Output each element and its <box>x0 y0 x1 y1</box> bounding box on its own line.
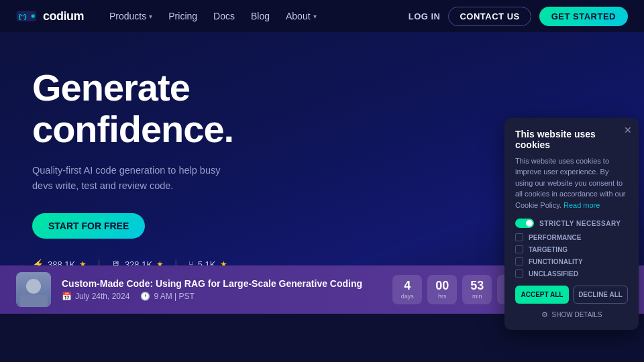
targeting-checkbox[interactable] <box>515 245 523 253</box>
nav-blog[interactable]: Blog <box>244 7 276 25</box>
products-chevron-icon: ▾ <box>149 13 152 20</box>
cookie-body: This website uses cookies to improve use… <box>515 156 628 211</box>
toggle-knob <box>526 220 533 227</box>
cookie-close-button[interactable]: ✕ <box>624 125 632 135</box>
webinar-avatar <box>16 272 51 307</box>
cookie-option-unclassified: UNCLASSIFIED <box>515 269 628 278</box>
webinar-title: Custom-Made Code: Using RAG for Large-Sc… <box>62 278 392 289</box>
navbar: {"} codium Products ▾ Pricing Docs Blog … <box>0 0 644 32</box>
cookie-show-details-button[interactable]: ⚙ SHOW DETAILS <box>515 310 628 319</box>
nav-right: LOG IN CONTACT US GET STARTED <box>409 7 628 26</box>
webinar-date: 📅 July 24th, 2024 <box>62 292 129 301</box>
logo-text: codium <box>43 9 84 23</box>
clock-icon: 🕐 <box>140 292 150 301</box>
svg-text:{"}: {"} <box>19 13 27 20</box>
codium-logo-icon: {"} <box>16 9 38 23</box>
cookie-buttons: ACCEPT ALL DECLINE ALL <box>515 286 628 304</box>
svg-point-4 <box>32 15 34 17</box>
cookie-option-targeting: TARGETING <box>515 245 628 253</box>
hero-cta-button[interactable]: START FOR FREE <box>32 213 145 239</box>
webinar-meta: 📅 July 24th, 2024 🕐 9 AM | PST <box>62 292 392 301</box>
functionality-checkbox[interactable] <box>515 257 523 265</box>
nav-docs[interactable]: Docs <box>207 7 241 25</box>
countdown-hours: 00 hrs <box>427 275 457 304</box>
performance-checkbox[interactable] <box>515 233 523 241</box>
nav-pricing[interactable]: Pricing <box>162 7 204 25</box>
about-chevron-icon: ▾ <box>313 13 317 20</box>
webinar-info: Custom-Made Code: Using RAG for Large-Sc… <box>62 278 392 301</box>
hero-headline: Generate confidence. <box>32 67 314 149</box>
nav-about[interactable]: About ▾ <box>279 7 323 25</box>
cookie-banner: ✕ This website uses cookies This website… <box>504 118 639 330</box>
get-started-button[interactable]: GET STARTED <box>539 7 628 26</box>
webinar-time: 🕐 9 AM | PST <box>140 292 194 301</box>
cookie-decline-button[interactable]: DECLINE ALL <box>573 286 628 304</box>
gear-icon: ⚙ <box>541 310 548 319</box>
cookie-option-functionality: FUNCTIONALITY <box>515 257 628 265</box>
hero-subtext: Quality-first AI code generation to help… <box>32 163 233 194</box>
cookie-option-performance: PERFORMANCE <box>515 233 628 241</box>
cookie-title: This website uses cookies <box>515 129 628 150</box>
login-button[interactable]: LOG IN <box>409 11 441 21</box>
countdown-minutes: 53 min <box>462 275 492 304</box>
logo[interactable]: {"} codium <box>16 9 84 23</box>
unclassified-checkbox[interactable] <box>515 269 523 278</box>
countdown-days: 4 days <box>392 275 422 304</box>
contact-button[interactable]: CONTACT US <box>448 7 531 26</box>
cookie-strictly-label: STRICTLY NECESSARY <box>515 219 628 228</box>
nav-products[interactable]: Products ▾ <box>103 7 159 25</box>
strictly-necessary-toggle[interactable] <box>515 219 534 228</box>
cookie-read-more-link[interactable]: Read more <box>564 201 600 209</box>
calendar-icon: 📅 <box>62 292 72 301</box>
nav-items: Products ▾ Pricing Docs Blog About ▾ <box>103 7 323 25</box>
nav-left: {"} codium Products ▾ Pricing Docs Blog … <box>16 7 323 25</box>
cookie-accept-button[interactable]: ACCEPT ALL <box>515 286 569 304</box>
